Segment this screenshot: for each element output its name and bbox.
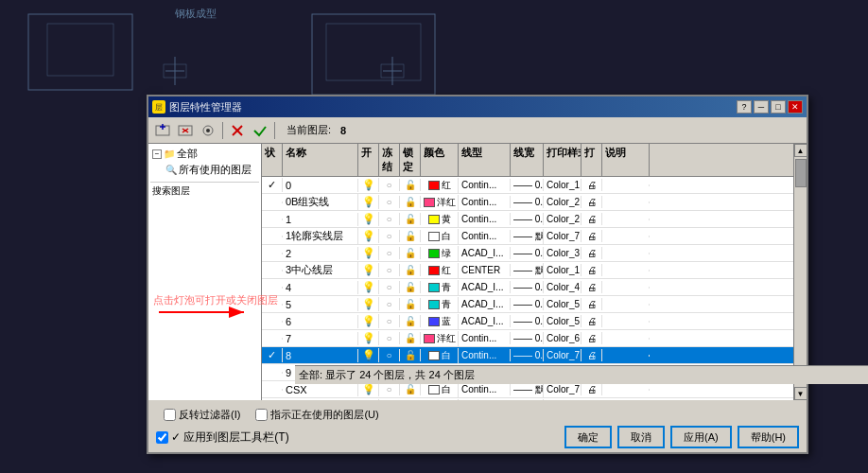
restore-button[interactable]: □: [771, 100, 786, 114]
td-color[interactable]: 青: [421, 280, 459, 295]
td-on[interactable]: 💡: [358, 246, 379, 260]
td-on[interactable]: 💡: [358, 195, 379, 209]
td-lock[interactable]: 🔓: [400, 383, 421, 395]
invert-filter-checkbox[interactable]: [164, 409, 176, 421]
set-current-btn[interactable]: [198, 120, 218, 141]
td-freeze[interactable]: ○: [379, 213, 400, 225]
td-on[interactable]: 💡: [358, 382, 379, 396]
tree-expand-all[interactable]: −: [152, 149, 162, 159]
table-row[interactable]: 3中心线层 💡 ○ 🔓 红 CENTER —— 默认 Color_1 🖨: [262, 262, 793, 279]
td-freeze[interactable]: ○: [379, 315, 400, 327]
table-row[interactable]: 1轮廓实线层 💡 ○ 🔓 白 Contin... —— 默认 Color_7 🖨: [262, 228, 793, 245]
td-color[interactable]: 绿: [421, 246, 459, 261]
table-row[interactable]: 5 💡 ○ 🔓 青 ACAD_I... —— 0... Color_5 🖨: [262, 296, 793, 313]
td-name[interactable]: 6: [283, 315, 358, 328]
td-freeze[interactable]: ○: [379, 298, 400, 310]
td-freeze[interactable]: ○: [379, 281, 400, 293]
td-name[interactable]: 2: [283, 247, 358, 260]
td-freeze[interactable]: ○: [379, 196, 400, 208]
td-lock[interactable]: 🔓: [400, 281, 421, 293]
td-print[interactable]: 🖨: [582, 213, 602, 225]
minimize-button[interactable]: ─: [754, 100, 769, 114]
td-freeze[interactable]: ○: [379, 264, 400, 276]
td-freeze[interactable]: ○: [379, 230, 400, 242]
vertical-scrollbar[interactable]: ▲ ▼: [793, 144, 807, 400]
td-lock[interactable]: 🔓: [400, 298, 421, 310]
td-name[interactable]: 4: [283, 281, 358, 294]
td-name[interactable]: 1轮廓实线层: [283, 228, 358, 244]
ok-button[interactable]: 确定: [564, 426, 612, 448]
td-freeze[interactable]: ○: [379, 332, 400, 344]
td-name[interactable]: 3中心线层: [283, 262, 358, 278]
td-lock[interactable]: 🔓: [400, 332, 421, 344]
td-freeze[interactable]: ○: [379, 179, 400, 191]
td-name[interactable]: 0B组实线: [283, 194, 358, 210]
td-lock[interactable]: 🔓: [400, 213, 421, 225]
td-name[interactable]: 7: [283, 332, 358, 345]
td-color[interactable]: 黄: [421, 212, 459, 227]
td-print[interactable]: 🖨: [582, 247, 602, 259]
td-lock[interactable]: 🔓: [400, 349, 421, 361]
td-name[interactable]: 5: [283, 298, 358, 311]
new-layer-btn[interactable]: [152, 120, 173, 141]
checkbox-apply-toolbar[interactable]: ✓ 应用到图层工具栏(T): [156, 429, 289, 446]
td-on[interactable]: 💡: [358, 212, 379, 226]
tree-item-used[interactable]: 🔍 所有使用的图层: [150, 162, 259, 178]
td-name[interactable]: Defpoints: [283, 400, 358, 401]
checkbox-indicate-used[interactable]: 指示正在使用的图层(U): [255, 408, 378, 422]
td-print[interactable]: 🖨: [582, 349, 602, 361]
td-color[interactable]: 青: [421, 297, 459, 312]
td-on[interactable]: 💡: [358, 331, 379, 345]
td-freeze[interactable]: ○: [379, 247, 400, 259]
tree-item-all[interactable]: − 📁 全部: [150, 146, 259, 162]
td-color[interactable]: 白: [421, 348, 459, 363]
td-color[interactable]: 红: [421, 178, 459, 193]
table-row[interactable]: 1 💡 ○ 🔓 黄 Contin... —— 0... Color_2 🖨: [262, 211, 793, 228]
close-button[interactable]: ✕: [788, 100, 803, 114]
td-color[interactable]: 洋红: [421, 195, 459, 210]
td-color[interactable]: 白: [421, 229, 459, 244]
table-row[interactable]: 6 💡 ○ 🔓 蓝 ACAD_I... —— 0... Color_5 🖨: [262, 313, 793, 330]
cancel-btn[interactable]: [227, 120, 248, 141]
td-color[interactable]: 洋红: [421, 331, 459, 346]
td-print[interactable]: 🖨: [582, 179, 602, 191]
td-color[interactable]: 白: [421, 399, 459, 401]
header-name[interactable]: 名称: [283, 144, 358, 176]
td-print[interactable]: 🖨: [582, 298, 602, 310]
table-row[interactable]: 0B组实线 💡 ○ 🔓 洋红 Contin... —— 0... Color_2…: [262, 194, 793, 211]
td-name[interactable]: CSX: [283, 383, 358, 396]
table-row[interactable]: Defpoints 💡 ○ 🔓 白 Contin... —— 默认 Color_…: [262, 398, 793, 400]
table-row[interactable]: 4 💡 ○ 🔓 青 ACAD_I... —— 0... Color_4 🖨: [262, 279, 793, 296]
td-print[interactable]: 🖨: [582, 281, 602, 293]
td-print[interactable]: 🖨: [582, 264, 602, 276]
td-name[interactable]: 8: [283, 349, 358, 362]
td-print[interactable]: 🖨: [582, 230, 602, 242]
table-row[interactable]: ✓ 8 💡 ○ 🔓 白 Contin... —— 0... Color_7 🖨: [262, 347, 793, 364]
td-on[interactable]: 💡: [358, 297, 379, 311]
td-on[interactable]: 💡: [358, 263, 379, 277]
checkbox-invert-filter[interactable]: 反转过滤器(I): [164, 408, 240, 422]
td-print[interactable]: 🖨: [582, 315, 602, 327]
table-row[interactable]: ✓ 0 💡 ○ 🔓 红 Contin... —— 0... Color_1 🖨: [262, 177, 793, 194]
td-on[interactable]: 💡: [358, 348, 379, 362]
apply-button[interactable]: 应用(A): [670, 426, 732, 448]
td-print[interactable]: 🖨: [582, 332, 602, 344]
cancel-button[interactable]: 取消: [617, 426, 665, 448]
indicate-used-checkbox[interactable]: [255, 409, 268, 421]
td-lock[interactable]: 🔓: [400, 196, 421, 208]
td-on[interactable]: 💡: [358, 399, 379, 400]
td-print[interactable]: 🖨: [582, 196, 602, 208]
td-color[interactable]: 蓝: [421, 314, 459, 329]
table-row[interactable]: 7 💡 ○ 🔓 洋红 Contin... —— 0... Color_6 🖨: [262, 330, 793, 347]
td-lock[interactable]: 🔓: [400, 264, 421, 276]
td-name[interactable]: 0: [283, 179, 358, 192]
td-on[interactable]: 💡: [358, 229, 379, 243]
td-lock[interactable]: 🔓: [400, 247, 421, 259]
td-on[interactable]: 💡: [358, 280, 379, 294]
scroll-thumb[interactable]: [795, 159, 807, 187]
td-name[interactable]: 1: [283, 213, 358, 226]
apply-toolbar-checkbox[interactable]: [156, 431, 168, 444]
scroll-up-btn[interactable]: ▲: [794, 144, 807, 157]
table-row[interactable]: 2 💡 ○ 🔓 绿 ACAD_I... —— 0... Color_3 🖨: [262, 245, 793, 262]
confirm-btn[interactable]: [250, 120, 270, 141]
